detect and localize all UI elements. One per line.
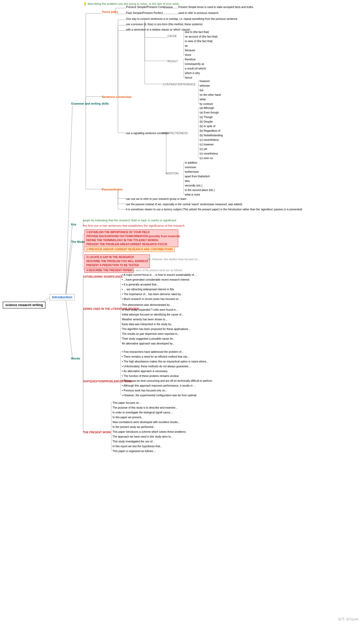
result-item-4: hence bbox=[185, 76, 192, 79]
present-work-label: THE PRESENT WORK bbox=[83, 431, 111, 434]
passive3: it is sometimes clearer to use a dummy s… bbox=[126, 208, 302, 211]
pw-item-7: The approach we have used in this study … bbox=[113, 435, 173, 438]
cause-item-4: because bbox=[185, 49, 195, 52]
pw-item-10: This paper is organised as follows:... bbox=[113, 449, 156, 453]
cause-item-0: due to (the fact that) bbox=[185, 30, 209, 34]
key2-label: the first one or two sentences that esta… bbox=[83, 224, 185, 227]
establishing-sig-label: ESTABLISHING SIGNIFICANCE bbox=[83, 275, 123, 278]
present-simple-desc-label: Present Simple tense is used to state ac… bbox=[178, 6, 253, 9]
svg-line-2 bbox=[66, 224, 72, 298]
est-item-1: • ...have generated considerable recent … bbox=[122, 278, 189, 281]
pw-item-8: This study investigated the use of... bbox=[113, 440, 155, 443]
add-item-3: apart from that/which bbox=[185, 175, 210, 178]
tense-pairs-label: Tense pairs bbox=[102, 10, 118, 13]
gap-item-4: • An alternative approach is necessary. bbox=[122, 369, 168, 373]
gap-item-7: • Although this approach improves perfor… bbox=[122, 384, 196, 387]
overlap3: with a semicolon or a relative clause (a… bbox=[126, 28, 190, 31]
est-item-3: • ... are attracting widespread interest… bbox=[122, 288, 174, 291]
words-node: Words bbox=[71, 357, 80, 360]
sentence-connection-label: Sentence connection bbox=[102, 95, 132, 98]
result-item-2: a result (of which) bbox=[185, 67, 206, 70]
verb-item-1: In their study, expanded T-cells were fo… bbox=[122, 308, 178, 311]
gap-item-5: • The function of these proteins remains… bbox=[122, 374, 179, 377]
past-simple-desc-label: used to refer to previous research. bbox=[178, 12, 219, 14]
add-item-1: moreover bbox=[185, 166, 196, 169]
model-item-0: 1 ESTABLISH THE IMPORTANCE OF YOUR FIELD… bbox=[84, 229, 178, 247]
present-simple-node: Present Simple/Present Continuous bbox=[126, 5, 173, 9]
present-work-node: THE PRESENT WORK bbox=[83, 431, 111, 434]
watermark: 知乎 @Spark bbox=[338, 617, 359, 622]
key1-label: begin by indicating that the research fi… bbox=[83, 219, 176, 222]
words-label: Words bbox=[71, 357, 80, 360]
contrast-label: CONTRAST/DIFFERENCE bbox=[163, 83, 196, 86]
gap-item-2: • The high absorbance makes this an impr… bbox=[122, 360, 209, 363]
unexp-item-8: (c) however bbox=[200, 143, 214, 146]
model3-eg-label: eg. However, few studies have focused on… bbox=[147, 258, 200, 261]
passive3-label: it is sometimes clearer to use a dummy s… bbox=[126, 208, 302, 211]
passive2: use the passive instead of we, especiall… bbox=[126, 203, 242, 206]
unexp-item-10: (c) nonetheless bbox=[200, 152, 218, 155]
model4-eg-label: the aims of the present work are as foll… bbox=[131, 269, 183, 272]
mind-map: science research writing Introduction 💡 … bbox=[0, 0, 364, 627]
contrast-item-5: by contrast bbox=[200, 102, 213, 105]
passive1-label: can use we to refer to your research gro… bbox=[126, 197, 186, 200]
est-item-5: • Much research in recent years has focu… bbox=[122, 297, 182, 300]
unexp-item-1: (a) Even though bbox=[200, 111, 219, 114]
introduction-label: Introduction bbox=[50, 294, 75, 300]
overlap2: use a pronoun (it, they) or pro-form (th… bbox=[126, 23, 203, 26]
est-item-2: • It is generally accepted that... bbox=[122, 283, 158, 286]
addition-text: ADDITION bbox=[166, 172, 179, 175]
unexp-item-11: (c) even so bbox=[200, 156, 213, 160]
verb-item-2: Initial attempts focused on identifying … bbox=[122, 313, 184, 316]
pw-item-6: This paper introduces a scheme which sol… bbox=[113, 430, 187, 433]
pw-item-3: In this paper we present... bbox=[113, 416, 143, 419]
unexp-item-2: (a) Though bbox=[200, 115, 213, 119]
model-item-3-box: 4 DESCRIBE THE PRESENT PAPER bbox=[84, 268, 133, 273]
addition-label: ADDITION bbox=[166, 172, 179, 175]
past-simple-node: Past Simple/Present Perfect bbox=[126, 11, 163, 14]
contrast-item-3: on the other hand bbox=[200, 93, 221, 96]
overlap3-label: with a semicolon or a relative clause (a… bbox=[126, 28, 190, 31]
unexp-item-6: (b) Notwithstanding bbox=[200, 134, 223, 137]
model-item-3: 4 DESCRIBE THE PRESENT PAPER bbox=[84, 268, 133, 273]
cause-item-2: in view of (the fact that) bbox=[185, 39, 213, 43]
contrast-item-0: however bbox=[200, 79, 210, 83]
the-model-node: The Model bbox=[71, 240, 86, 243]
pw-item-0: This paper focuses on... bbox=[113, 401, 141, 404]
add-item-4: also bbox=[185, 179, 190, 182]
overlap1: One way to connect sentences is to overl… bbox=[126, 17, 237, 20]
passive1: can use we to refer to your research gro… bbox=[126, 197, 186, 200]
pw-item-9: In this report we test the hypothesis th… bbox=[113, 445, 162, 448]
add-item-7: what is more bbox=[185, 193, 200, 196]
passive2-label: use the passive instead of we, especiall… bbox=[126, 203, 242, 206]
svg-line-1 bbox=[66, 106, 72, 298]
passive-active-node: Passive/Active bbox=[102, 188, 122, 191]
sentence-connection-node: Sentence connection bbox=[102, 95, 132, 98]
unexpectedness-label: UNEXPECTEDNESS bbox=[162, 131, 188, 135]
unexp-item-0: (a) Although bbox=[200, 106, 214, 109]
gap-item-0: • Few researchers have addressed the pro… bbox=[122, 350, 184, 353]
est-item-4: • The importance of... has been demonsr … bbox=[122, 292, 183, 296]
model-item-2-box: 3 LOCATE A GAP IN THE RESEARCH DESCRIBE … bbox=[84, 254, 150, 268]
pw-item-4: New correlations were developed with exc… bbox=[113, 420, 180, 424]
aim-label: 💡 describing the problem you are trying … bbox=[83, 2, 179, 5]
grammar-node: Grammar and writing skills bbox=[71, 102, 109, 105]
svg-line-4 bbox=[66, 298, 72, 358]
contrast-item-4: while bbox=[200, 98, 206, 101]
past-simple-desc: used to refer to previous research. bbox=[178, 11, 219, 14]
gap-item-6: • These can be time-consuming and are of… bbox=[122, 379, 213, 382]
model-item-1: 2 PREVIOUS AND/OR CURRENT RESEARCH AND C… bbox=[84, 247, 175, 252]
pw-item-5: In the present study we performed... bbox=[113, 425, 155, 428]
gap-item-8: • Previous work has focused only on... bbox=[122, 389, 167, 392]
grammar-label: Grammar and writing skills bbox=[71, 102, 109, 105]
est-item-0: • A major current focus in ... is how to… bbox=[122, 273, 196, 276]
tense-pairs-node: Tense pairs bbox=[102, 10, 118, 13]
key1-node: begin by indicating that the research fi… bbox=[83, 219, 176, 222]
unexp-item-7: (c) nevertheless bbox=[200, 138, 219, 141]
gap-item-9: • However, the experimental configuratio… bbox=[122, 394, 197, 397]
model3-eg: eg. However, few studies have focused on… bbox=[147, 258, 200, 261]
overlap1-label: One way to connect sentences is to overl… bbox=[126, 17, 237, 20]
the-model-label: The Model bbox=[71, 240, 86, 243]
add-item-5: secondly (etc.) bbox=[185, 184, 202, 187]
root-node: science research writing bbox=[3, 303, 46, 307]
